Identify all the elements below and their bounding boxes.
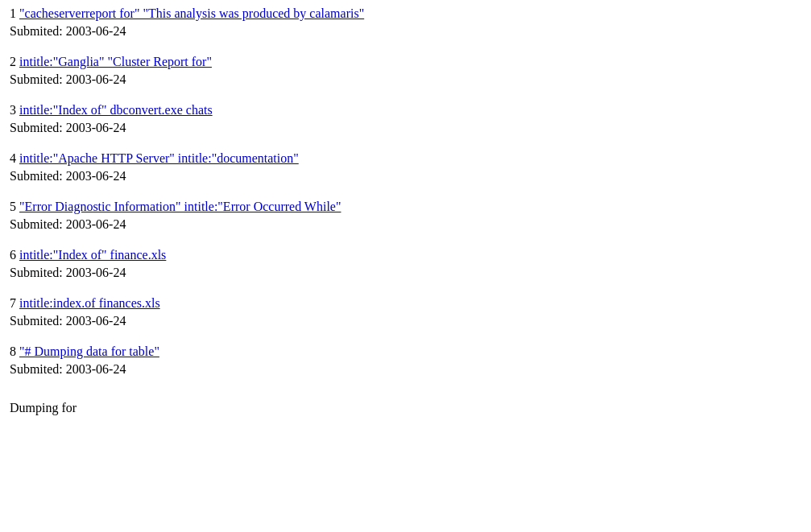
- result-link[interactable]: intitle:"Index of" dbconvert.exe chats: [19, 103, 213, 117]
- list-item: 5 "Error Diagnostic Information" intitle…: [10, 200, 801, 232]
- result-submitted: Submited: 2003-06-24: [10, 362, 801, 377]
- result-link[interactable]: intitle:"Index of" finance.xls: [19, 248, 166, 262]
- result-link[interactable]: "Error Diagnostic Information" intitle:"…: [19, 200, 341, 213]
- result-link[interactable]: intitle:"Apache HTTP Server" intitle:"do…: [19, 151, 299, 165]
- list-item: 7 intitle:index.of finances.xlsSubmited:…: [10, 296, 801, 328]
- result-number-line: 8 "# Dumping data for table": [10, 344, 801, 359]
- list-item: 2 intitle:"Ganglia" "Cluster Report for"…: [10, 55, 801, 87]
- list-item: 6 intitle:"Index of" finance.xlsSubmited…: [10, 248, 801, 280]
- result-submitted: Submited: 2003-06-24: [10, 169, 801, 184]
- result-link[interactable]: "cacheserverreport for" "This analysis w…: [19, 6, 364, 20]
- result-number-line: 1 "cacheserverreport for" "This analysis…: [10, 6, 801, 21]
- result-number-line: 3 intitle:"Index of" dbconvert.exe chats: [10, 103, 801, 118]
- result-number-text: 7: [10, 296, 19, 310]
- result-link[interactable]: intitle:index.of finances.xls: [19, 296, 160, 310]
- result-number-line: 2 intitle:"Ganglia" "Cluster Report for": [10, 55, 801, 69]
- result-number-text: 3: [10, 103, 19, 117]
- list-item: 1 "cacheserverreport for" "This analysis…: [10, 6, 801, 39]
- results-container: 1 "cacheserverreport for" "This analysis…: [10, 6, 801, 377]
- list-item: 4 intitle:"Apache HTTP Server" intitle:"…: [10, 151, 801, 184]
- result-submitted: Submited: 2003-06-24: [10, 121, 801, 135]
- result-submitted: Submited: 2003-06-24: [10, 266, 801, 280]
- result-number-text: 6: [10, 248, 19, 262]
- result-number-line: 6 intitle:"Index of" finance.xls: [10, 248, 801, 262]
- result-number-text: 5: [10, 200, 19, 213]
- list-item: 3 intitle:"Index of" dbconvert.exe chats…: [10, 103, 801, 135]
- footer-dumping-text: Dumping for: [10, 401, 801, 415]
- result-submitted: Submited: 2003-06-24: [10, 217, 801, 232]
- result-submitted: Submited: 2003-06-24: [10, 24, 801, 39]
- result-link[interactable]: intitle:"Ganglia" "Cluster Report for": [19, 55, 212, 68]
- result-number-line: 7 intitle:index.of finances.xls: [10, 296, 801, 311]
- dumping-for-label: Dumping for: [10, 401, 77, 414]
- result-number-line: 4 intitle:"Apache HTTP Server" intitle:"…: [10, 151, 801, 166]
- result-number-text: 4: [10, 151, 19, 165]
- result-link[interactable]: "# Dumping data for table": [19, 344, 159, 358]
- result-number-line: 5 "Error Diagnostic Information" intitle…: [10, 200, 801, 214]
- result-number-text: 1: [10, 6, 19, 20]
- result-number-text: 8: [10, 344, 19, 358]
- result-submitted: Submited: 2003-06-24: [10, 72, 801, 87]
- result-submitted: Submited: 2003-06-24: [10, 314, 801, 328]
- list-item: 8 "# Dumping data for table"Submited: 20…: [10, 344, 801, 377]
- result-number-text: 2: [10, 55, 19, 68]
